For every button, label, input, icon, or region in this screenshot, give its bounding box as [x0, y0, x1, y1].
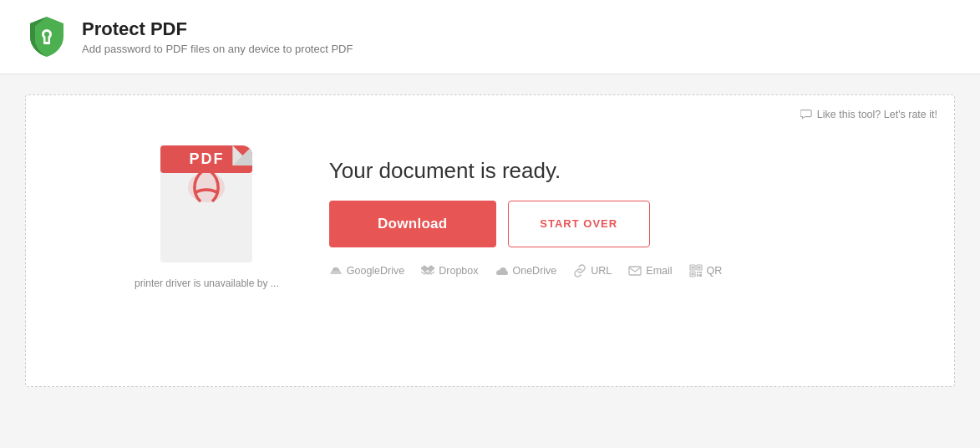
chat-icon [800, 109, 812, 120]
share-qr-label: QR [707, 265, 723, 277]
main-content: Like this tool? Let's rate it! [0, 74, 980, 407]
action-area: Your document is ready. Download START O… [329, 158, 723, 277]
content-card: Like this tool? Let's rate it! [25, 94, 955, 387]
url-icon [573, 264, 586, 277]
qr-icon [689, 264, 703, 277]
pdf-file-icon-wrapper: PDF printer driver is unavailable by ... [135, 145, 279, 289]
email-icon [628, 264, 642, 277]
svg-rect-6 [629, 267, 641, 275]
share-onedrive[interactable]: OneDrive [495, 264, 556, 277]
svg-rect-13 [697, 272, 698, 273]
svg-rect-15 [697, 274, 698, 277]
svg-rect-10 [698, 266, 700, 268]
share-googledrive[interactable]: GoogleDrive [329, 264, 404, 277]
download-button[interactable]: Download [329, 201, 496, 247]
share-url-label: URL [591, 265, 612, 277]
share-options-row: GoogleDrive Dropbox OneDrive [329, 264, 723, 277]
rate-link[interactable]: Like this tool? Let's rate it! [800, 109, 937, 120]
content-area: PDF printer driver is unavailable by ...… [51, 145, 929, 289]
share-onedrive-label: OneDrive [512, 265, 556, 277]
pdf-file-icon: PDF [152, 145, 261, 271]
share-googledrive-label: GoogleDrive [347, 265, 404, 277]
share-qr[interactable]: QR [689, 264, 723, 277]
acrobat-logo-icon [181, 160, 231, 211]
onedrive-icon [495, 264, 508, 277]
button-row: Download START OVER [329, 201, 723, 247]
file-caption: printer driver is unavailable by ... [135, 277, 279, 289]
share-email[interactable]: Email [628, 264, 672, 277]
file-body: PDF [160, 145, 252, 262]
share-dropbox[interactable]: Dropbox [421, 264, 478, 277]
share-url[interactable]: URL [573, 264, 612, 277]
share-email-label: Email [646, 265, 672, 277]
svg-rect-8 [691, 266, 693, 268]
svg-rect-14 [699, 272, 702, 273]
rate-link-label: Like this tool? Let's rate it! [817, 109, 937, 120]
svg-rect-12 [691, 272, 693, 275]
svg-rect-16 [699, 274, 702, 277]
start-over-button[interactable]: START OVER [508, 201, 650, 247]
page-header: Protect PDF Add password to PDF files on… [0, 0, 980, 74]
page-subtitle: Add password to PDF files on any device … [82, 43, 353, 55]
ready-text: Your document is ready. [329, 158, 723, 184]
googledrive-icon [329, 264, 343, 277]
page-title: Protect PDF [82, 18, 353, 40]
header-text-block: Protect PDF Add password to PDF files on… [82, 18, 353, 55]
shield-lock-icon [25, 15, 69, 59]
share-dropbox-label: Dropbox [439, 265, 478, 277]
svg-rect-4 [46, 36, 48, 42]
dropbox-icon [421, 264, 434, 277]
